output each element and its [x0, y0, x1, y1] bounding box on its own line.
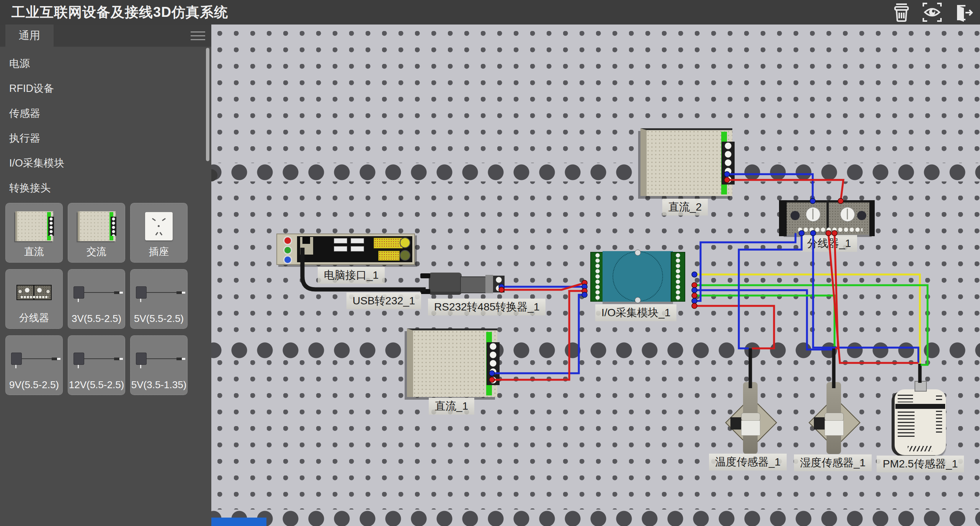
device-humidity-sensor[interactable] [811, 382, 857, 455]
label-computer-interface: 电脑接口_1 [318, 267, 385, 284]
splitter-endcap [869, 200, 875, 236]
connector-hood [429, 273, 462, 295]
probe-collar [825, 413, 844, 421]
canvas-status-bar [211, 518, 266, 526]
header-toolbar [891, 2, 973, 23]
adapter-thumbnail [68, 273, 125, 312]
mount-hole [857, 211, 866, 220]
dvi-port [374, 238, 403, 248]
category-actuator[interactable]: 执行器 [0, 126, 211, 151]
vent-grille [936, 395, 942, 402]
label-dc1: 直流_1 [429, 398, 474, 415]
terminal-strip-right [671, 252, 685, 302]
splitter-endcap [779, 200, 787, 236]
wire-blue [739, 233, 802, 348]
connector-body [460, 276, 486, 293]
component-palette: 直流 交流 插座 分线器 [5, 203, 188, 395]
pegboard-hole-row [211, 163, 980, 181]
device-pm25-sensor[interactable] [895, 389, 946, 455]
label-humidity-sensor: 湿度传感器_1 [794, 454, 872, 471]
palette-item-5v[interactable]: 5V(5.5-2.5) [130, 269, 188, 329]
label-dc2: 直流_2 [662, 199, 708, 216]
usb-port-used [300, 237, 313, 255]
sensor-connector [915, 381, 927, 392]
category-io-module[interactable]: I/O采集模块 [0, 151, 211, 176]
vent-grille [898, 395, 913, 402]
view-icon[interactable] [922, 2, 942, 23]
probe-collar [741, 413, 760, 421]
pm25-band [895, 404, 945, 409]
device-temperature-sensor[interactable] [727, 382, 773, 455]
screw-terminal [493, 276, 505, 292]
probe-band [741, 420, 760, 436]
usb-port [334, 238, 347, 243]
pegboard-hole-row [211, 510, 980, 526]
label-usb232: USB转232_1 [346, 292, 421, 309]
splitter-knob [806, 207, 820, 222]
wire-red [727, 180, 843, 201]
delete-icon[interactable] [891, 2, 912, 23]
palette-item-dc[interactable]: 直流 [5, 203, 63, 263]
probe-band [825, 420, 844, 436]
label-splitter: 分线器_1 [801, 235, 857, 252]
label-io-module: I/O采集模块_1 [595, 304, 676, 321]
ps2-port-yellow [400, 237, 410, 248]
screw [635, 250, 641, 256]
db9-shell [485, 275, 493, 293]
audio-jack-green [283, 246, 292, 255]
device-dc-supply-2[interactable] [640, 128, 732, 196]
simulation-app: 工业互联网设备及接线3D仿真系统 [0, 0, 980, 526]
palette-item-12v[interactable]: 12V(5.5-2.5) [68, 335, 125, 395]
socket-thumbnail [131, 206, 187, 246]
vent-grille [936, 411, 942, 434]
label-rs485-converter: RS232转485转换器_1 [428, 299, 546, 315]
wire-red [501, 283, 585, 290]
category-sensor[interactable]: 传感器 [0, 101, 211, 126]
usb-port [351, 238, 364, 243]
splitter-thumbnail [6, 273, 62, 312]
sidebar-scrollbar[interactable] [206, 48, 209, 161]
app-title: 工业互联网设备及接线3D仿真系统 [11, 0, 228, 25]
dc-supply-thumbnail [6, 206, 62, 246]
dc-terminal-block [487, 342, 500, 385]
wire-green [694, 296, 835, 346]
palette-item-3v[interactable]: 3V(5.5-2.5) [68, 269, 125, 329]
vent-grille [898, 412, 915, 437]
usb-port [351, 246, 364, 252]
tab-general[interactable]: 通用 [5, 25, 54, 47]
category-rfid[interactable]: RFID设备 [0, 76, 211, 101]
io-module-circle [612, 251, 663, 302]
label-temperature-sensor: 温度传感器_1 [709, 454, 787, 470]
usb-port [334, 246, 347, 252]
palette-item-9v[interactable]: 9V(5.5-2.5) [5, 335, 63, 395]
audio-jack-red [283, 236, 292, 245]
device-splitter[interactable] [784, 200, 872, 235]
category-adapter[interactable]: 转换接头 [0, 176, 211, 201]
adapter-thumbnail [131, 339, 187, 379]
splitter-terminals [797, 227, 862, 232]
menu-icon[interactable] [191, 31, 205, 41]
palette-item-splitter[interactable]: 分线器 [5, 269, 63, 329]
device-computer-interface[interactable] [276, 234, 415, 265]
exit-icon[interactable] [952, 2, 973, 23]
screw [635, 297, 641, 303]
ps2-port-green [400, 250, 410, 261]
label-pm25-sensor: PM2.5传感器_1 [877, 456, 964, 472]
adapter-thumbnail [68, 339, 125, 379]
device-rs232-485-converter[interactable] [429, 272, 505, 296]
palette-item-5v-small[interactable]: 5V(3.5-1.35) [130, 335, 188, 395]
palette-item-socket[interactable]: 插座 [130, 203, 188, 263]
pegboard-hole-row [211, 341, 980, 359]
vent-hatch [908, 446, 932, 451]
wire-blue [694, 233, 795, 301]
adapter-thumbnail [6, 339, 62, 379]
dc-terminal-block [722, 142, 735, 185]
vga-port [378, 251, 400, 261]
category-power[interactable]: 电源 [0, 51, 211, 76]
audio-jack-blue [283, 255, 292, 264]
pegboard-canvas[interactable]: 电脑接口_1 USB转232_1 RS232转485转换器_1 I/O采集模块_… [211, 25, 980, 526]
device-dc-supply-1[interactable] [407, 328, 497, 397]
category-menu: 电源 RFID设备 传感器 执行器 I/O采集模块 转换接头 [0, 51, 211, 201]
device-io-module[interactable] [590, 251, 685, 302]
palette-item-ac[interactable]: 交流 [68, 203, 125, 263]
